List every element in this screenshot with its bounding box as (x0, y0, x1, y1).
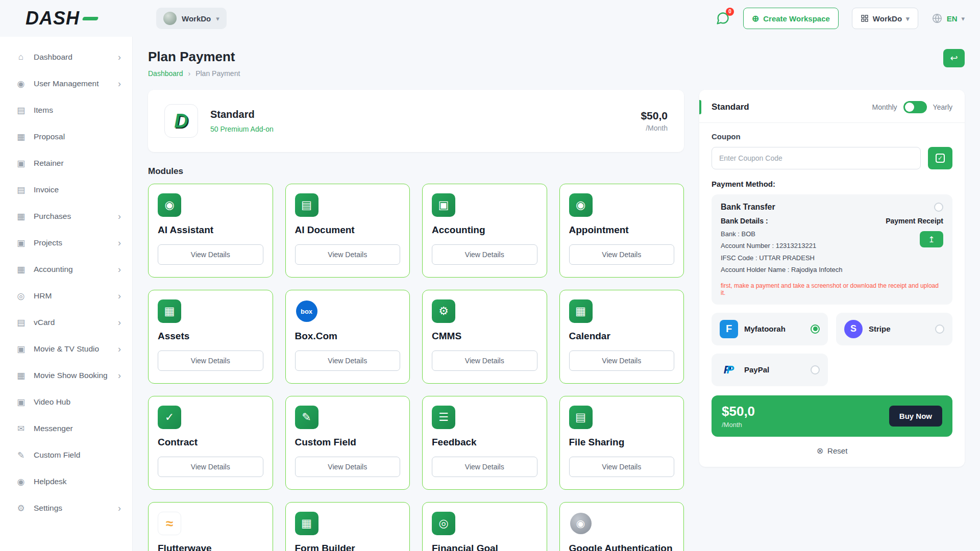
gateway-paypal[interactable]: PP PayPal (712, 354, 828, 386)
chevron-right-icon: › (118, 52, 121, 63)
reset-icon: ⊗ (817, 446, 823, 456)
gateway-myfatoorah[interactable]: F Myfatoorah (712, 313, 828, 345)
custom-field-icon: ✎ (15, 450, 27, 461)
view-details-button[interactable]: View Details (295, 244, 401, 265)
upload-receipt-button[interactable]: ↥ (920, 231, 943, 247)
create-workspace-button[interactable]: ⊕ Create Workspace (743, 8, 839, 29)
sidebar-item-hrm[interactable]: ◎ HRM › (0, 283, 132, 309)
checkout-panel: Standard Monthly Yearly Coupon ✓ (699, 90, 965, 467)
view-details-button[interactable]: View Details (295, 457, 401, 477)
billing-toggle[interactable] (903, 101, 927, 113)
banner-period: /Month (722, 421, 755, 429)
module-name: Custom Field (295, 436, 401, 448)
sidebar-item-movie-show-booking[interactable]: ▦ Movie Show Booking › (0, 362, 132, 389)
sidebar-item-accounting[interactable]: ▦ Accounting › (0, 256, 132, 283)
sidebar-item-user-management[interactable]: ◉ User Management › (0, 70, 132, 97)
bank-transfer-option[interactable]: Bank Transfer Bank Details : Bank : BOBA… (712, 194, 952, 305)
buy-now-button[interactable]: Buy Now (889, 406, 942, 427)
gateway-stripe[interactable]: S Stripe (836, 313, 952, 345)
messages-button[interactable]: 0 (716, 11, 730, 26)
sidebar-item-projects[interactable]: ▣ Projects › (0, 230, 132, 256)
coupon-input[interactable] (712, 147, 921, 169)
sidebar-item-retainer[interactable]: ▣ Retainer (0, 150, 132, 177)
sidebar-item-proposal[interactable]: ▦ Proposal (0, 123, 132, 150)
module-name: Box.Com (295, 330, 401, 342)
gateway-stripe-radio[interactable] (935, 324, 944, 334)
sidebar-item-video-hub[interactable]: ▣ Video Hub (0, 389, 132, 415)
upload-icon: ↥ (928, 235, 935, 244)
sidebar-item-messenger[interactable]: ✉ Messenger (0, 415, 132, 442)
gateway-name: Myfatoorah (744, 324, 804, 333)
sidebar-item-label: Projects (34, 238, 62, 247)
bank-transfer-radio[interactable] (934, 203, 943, 212)
contract-icon: ✓ (158, 406, 181, 429)
payment-method-label: Payment Method: (712, 180, 952, 188)
billing-monthly-label[interactable]: Monthly (872, 103, 897, 111)
sidebar-item-items[interactable]: ▤ Items (0, 97, 132, 123)
billing-switch: Monthly Yearly (872, 101, 952, 113)
view-details-button[interactable]: View Details (432, 457, 537, 477)
reset-button[interactable]: ⊗ Reset (712, 446, 952, 456)
apply-coupon-button[interactable]: ✓ (928, 147, 952, 169)
plan-info: Standard 50 Premium Add-on (210, 109, 274, 134)
sidebar-item-label: Retainer (34, 159, 64, 168)
view-details-button[interactable]: View Details (158, 244, 263, 265)
sidebar-item-purchases[interactable]: ▦ Purchases › (0, 203, 132, 230)
bank-detail-line: Account Number : 12313213221 (721, 240, 842, 252)
sidebar-item-helpdesk[interactable]: ◉ Helpdesk (0, 468, 132, 495)
app-logo: DASH (26, 8, 143, 29)
view-details-button[interactable]: View Details (158, 350, 263, 371)
module-name: Feedback (432, 436, 537, 448)
proposal-icon: ▦ (15, 132, 27, 142)
workspace-selector[interactable]: WorkDo ▾ (156, 8, 227, 29)
view-details-button[interactable]: View Details (432, 244, 537, 265)
plan-price: $50,0 (641, 110, 668, 122)
assets-grid-icon: ▦ (158, 299, 181, 323)
view-details-button[interactable]: View Details (569, 457, 675, 477)
workdo-apps-button[interactable]: WorkDo ▾ (852, 8, 918, 29)
chevron-right-icon: › (118, 370, 121, 381)
premium-addon-link[interactable]: 50 Premium Add-on (210, 125, 274, 133)
sidebar-item-invoice[interactable]: ▤ Invoice (0, 177, 132, 203)
gateway-name: PayPal (744, 365, 804, 374)
sidebar-item-vcard[interactable]: ▤ vCard › (0, 309, 132, 336)
gateway-myfatoorah-radio[interactable] (811, 324, 820, 334)
module-card-feedback: ☰ Feedback View Details (422, 396, 547, 490)
chevron-right-icon: › (118, 344, 121, 355)
ai-document-icon: ▤ (295, 193, 318, 217)
gateway-paypal-radio[interactable] (811, 365, 820, 374)
sidebar-item-label: Invoice (34, 185, 59, 194)
module-name: Google Authentication (569, 542, 675, 551)
sidebar-item-label: Movie Show Booking (34, 371, 108, 380)
language-selector[interactable]: EN ▾ (932, 13, 965, 24)
flutterwave-wave-icon: ≈ (158, 512, 181, 535)
sidebar-item-custom-field[interactable]: ✎ Custom Field (0, 442, 132, 468)
sidebar-item-label: Movie & TV Studio (34, 344, 99, 354)
billing-yearly-label[interactable]: Yearly (933, 103, 952, 111)
users-icon: ◉ (15, 79, 27, 89)
view-details-button[interactable]: View Details (569, 244, 675, 265)
breadcrumb-current: Plan Payment (195, 69, 240, 78)
module-card-ai-document: ▤ AI Document View Details (285, 184, 410, 278)
retainer-icon: ▣ (15, 158, 27, 169)
helpdesk-icon: ◉ (15, 477, 27, 487)
module-card-flutterwave: ≈ Flutterwave View Details (148, 502, 273, 551)
sidebar-item-movie-tv-studio[interactable]: ▣ Movie & TV Studio › (0, 336, 132, 362)
sidebar-item-dashboard[interactable]: ⌂ Dashboard › (0, 44, 132, 70)
view-details-button[interactable]: View Details (432, 350, 537, 371)
view-details-button[interactable]: View Details (158, 457, 263, 477)
view-details-button[interactable]: View Details (569, 350, 675, 371)
bank-transfer-header: Bank Transfer (721, 203, 943, 212)
module-card-contract: ✓ Contract View Details (148, 396, 273, 490)
module-card-google-authentication: ◉ Google Authentication View Details (559, 502, 684, 551)
chevron-down-icon: ▾ (906, 15, 910, 22)
box-logo-text: box (296, 300, 317, 322)
sidebar-item-settings[interactable]: ⚙ Settings › (0, 495, 132, 521)
breadcrumb-dashboard-link[interactable]: Dashboard (148, 69, 183, 78)
module-card-appointment: ◉ Appointment View Details (559, 184, 684, 278)
modules-section-title: Modules (148, 166, 684, 177)
payment-receipt-label: Payment Receipt (886, 217, 943, 225)
view-details-button[interactable]: View Details (295, 350, 401, 371)
accounting-icon: ▦ (15, 264, 27, 275)
back-button[interactable]: ↩ (943, 49, 965, 67)
